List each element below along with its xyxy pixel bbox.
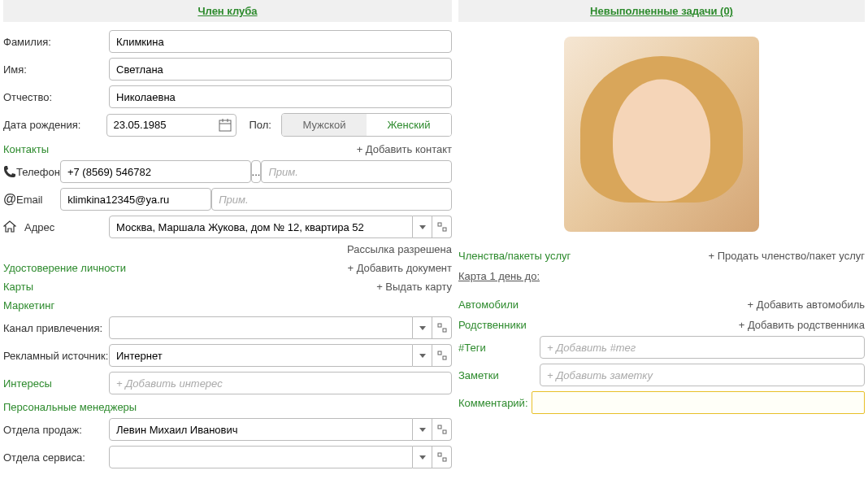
email-icon: @ [3,193,16,206]
sales-manager-label: Отдела продаж: [3,424,109,436]
svg-rect-11 [438,425,441,429]
gender-label: Пол: [250,119,272,131]
card-until-link[interactable]: Карта 1 день до: [458,270,540,282]
member-photo [564,37,759,232]
dob-label: Дата рождения: [3,119,106,131]
add-contact-link[interactable]: + Добавить контакт [357,143,452,155]
channel-label: Канал привлечения: [3,322,109,334]
gender-toggle: Мужской Женский [281,113,452,137]
issue-card-link[interactable]: + Выдать карту [376,281,452,293]
calendar-icon[interactable] [219,119,232,132]
address-expand-button[interactable] [432,216,452,238]
service-manager-expand-button[interactable] [432,446,452,468]
contacts-section-title: Контакты [3,143,49,155]
dob-input[interactable] [106,114,237,137]
mailing-allowed-text: Рассылка разрешена [3,243,452,255]
svg-rect-9 [438,351,441,355]
email-label: Email [16,194,60,206]
phone-note-input[interactable] [261,160,452,183]
service-manager-label: Отдела сервиса: [3,451,109,464]
adsource-label: Рекламный источник: [3,350,109,362]
relatives-title: Родственники [458,319,527,331]
adsource-input[interactable] [109,344,413,367]
channel-expand-button[interactable] [432,316,452,339]
phone-label: Телефон [16,166,60,178]
add-car-link[interactable]: + Добавить автомобиль [748,298,865,311]
address-dropdown-button[interactable] [413,216,432,238]
svg-rect-5 [438,223,441,226]
interests-label: Интересы [3,377,109,390]
add-interest-input[interactable] [109,372,452,394]
comment-input[interactable] [532,391,866,414]
svg-rect-7 [438,324,441,327]
gender-female-button[interactable]: Женский [367,114,451,136]
comment-label: Комментарий: [458,397,528,409]
svg-rect-14 [443,458,446,461]
club-member-link[interactable]: Член клуба [197,5,257,17]
svg-rect-12 [443,430,446,434]
channel-input[interactable] [109,316,413,339]
managers-section-title: Персональные менеджеры [3,401,137,413]
phone-icon [3,165,16,178]
svg-rect-8 [443,329,446,332]
adsource-expand-button[interactable] [432,344,452,367]
id-section-title: Удостоверение личности [3,262,126,274]
adsource-dropdown-button[interactable] [413,344,432,367]
memberships-title: Членства/пакеты услуг [458,250,571,262]
email-input[interactable] [60,188,211,211]
marketing-section-title: Маркетинг [3,299,54,312]
middlename-input[interactable] [109,85,452,108]
add-tag-input[interactable] [540,336,865,359]
service-manager-dropdown-button[interactable] [413,446,432,468]
photo-area[interactable] [458,30,865,242]
lastname-input[interactable] [109,30,452,53]
home-icon [3,220,24,233]
sales-manager-input[interactable] [109,418,413,441]
svg-rect-10 [443,356,446,359]
firstname-label: Имя: [3,63,109,76]
address-input[interactable] [109,216,413,238]
middlename-label: Отчество: [3,91,109,103]
address-label: Адрес [24,221,109,233]
add-document-link[interactable]: + Добавить документ [347,262,452,274]
channel-dropdown-button[interactable] [413,316,432,339]
lastname-label: Фамилия: [3,36,109,48]
sales-manager-dropdown-button[interactable] [413,418,432,441]
tasks-link[interactable]: Невыполненные задачи (0) [590,5,733,17]
right-panel-header: Невыполненные задачи (0) [458,0,865,22]
svg-rect-6 [443,228,446,231]
notes-title: Заметки [458,369,533,381]
phone-input[interactable] [60,160,251,183]
tags-title: #Теги [458,342,533,354]
sales-manager-expand-button[interactable] [432,418,452,441]
phone-more-button[interactable]: ... [251,160,262,183]
email-note-input[interactable] [211,188,452,211]
add-note-input[interactable] [540,364,865,386]
svg-rect-13 [438,453,441,456]
cars-title: Автомобили [458,298,519,311]
svg-text:@: @ [3,193,16,206]
add-relative-link[interactable]: + Добавить родственника [739,319,865,331]
service-manager-input[interactable] [109,446,413,468]
gender-male-button[interactable]: Мужской [282,114,367,136]
firstname-input[interactable] [109,58,452,81]
svg-rect-0 [219,120,231,131]
cards-section-title: Карты [3,281,33,293]
sell-membership-link[interactable]: + Продать членство/пакет услуг [708,250,865,262]
left-panel-header: Член клуба [3,0,452,22]
